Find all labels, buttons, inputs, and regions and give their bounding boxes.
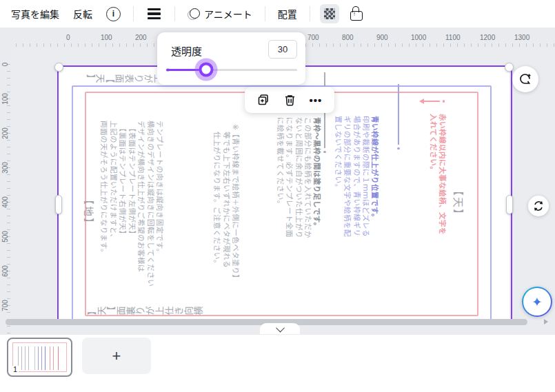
menu-icon[interactable] [148, 8, 161, 20]
red-arrow [421, 101, 440, 102]
delete-icon[interactable] [283, 93, 296, 107]
note-text: ※【青い枠線まで絵柄＋外側に一色ベタ塗り】 等でも上下左右いずれかにベタが現れる… [212, 124, 241, 282]
transparency-checker-icon [324, 8, 335, 19]
element-toolbar: ••• [245, 87, 334, 113]
ruler-label: 900 [376, 34, 388, 41]
info-icon[interactable]: i [106, 7, 121, 21]
ruler-label: 1000 [411, 34, 426, 41]
label-top-mark: 【天】 [453, 185, 463, 220]
resize-handle-top-right[interactable] [505, 63, 514, 72]
transparency-label: 透明度 [171, 43, 202, 58]
animate-label: アニメート [204, 7, 252, 21]
add-page-button[interactable]: + [82, 338, 151, 374]
edit-photo-button[interactable]: 写真を編集 [6, 3, 65, 25]
transparency-popup: 透明度 30 [157, 32, 305, 85]
flip-button[interactable]: 反転 [68, 3, 98, 25]
sparkle-icon: ✦ [532, 294, 543, 310]
transparency-slider[interactable] [166, 69, 297, 71]
blue-instruction-heading: 青い枠線が仕上がり位置です。 [370, 116, 380, 221]
divider [310, 6, 310, 21]
resize-handle-right[interactable] [506, 195, 513, 214]
gray-instruction-heading: 青枠〜黒枠の間は塗り足しです。 [312, 117, 322, 230]
ruler-label: 600 [1, 263, 9, 280]
ruler-label: 700 [1, 298, 9, 314]
ruler-label: 400 [1, 194, 9, 211]
ruler-vertical: 0100200300400500600700 [0, 28, 10, 334]
scroll-right-arrow[interactable] [544, 319, 551, 324]
page-thumbnail-preview: 1 [10, 340, 70, 374]
orientation-text: テンプレートの向きは縦向き固定です。 横向きのデザインは縦向きに回転をしてくださ… [99, 121, 165, 287]
cycle-pages-button[interactable] [528, 196, 549, 216]
ruler-label: 0 [66, 34, 70, 41]
label-bottom-mark: 【地】 [83, 194, 93, 229]
add-comment-button[interactable] [512, 66, 538, 92]
label-back-side: 】天【面裏りが上仕き向横 [86, 304, 202, 317]
ruler-label: 100 [101, 34, 112, 41]
blue-arrow [398, 84, 399, 145]
divider [133, 6, 134, 21]
resize-handle-top-left[interactable] [54, 63, 63, 72]
position-button[interactable]: 配置 [272, 3, 303, 25]
ruler-label: 200 [1, 125, 9, 142]
ruler-label: 300 [1, 160, 9, 176]
ruler-label: 1200 [480, 34, 495, 41]
pages-panel: 1 + [0, 334, 555, 392]
transparency-value-input[interactable]: 30 [268, 40, 297, 59]
ruler-label: 700 [307, 34, 319, 41]
ruler-label: 200 [135, 34, 147, 41]
ruler-label: 1100 [445, 34, 461, 41]
magic-assistant-button[interactable]: ✦ [522, 287, 552, 317]
blue-instruction-text: 印刷や裁断の際に１ｍｍほどズレる 場合がありますので、青い枠線ギリ ギリの部分に… [333, 116, 370, 237]
ruler-label: 1300 [514, 34, 529, 41]
duplicate-icon[interactable] [256, 93, 270, 107]
resize-handle-left[interactable] [55, 195, 62, 214]
divider [174, 6, 175, 21]
animate-button[interactable]: アニメート [182, 3, 258, 25]
ruler-label: 100 [1, 91, 9, 107]
ruler-label: 0 [1, 56, 9, 73]
page-thumbnail-1[interactable]: 1 [7, 338, 72, 377]
transparency-button[interactable] [320, 4, 339, 23]
red-instruction-text: 赤い枠線以内に大事な絵柄、文字を 入れてください。 [428, 114, 447, 235]
collapse-pages-tab[interactable] [260, 323, 300, 334]
slider-handle[interactable] [199, 63, 214, 77]
animate-icon [188, 8, 199, 20]
lock-icon[interactable] [350, 11, 363, 21]
page-number: 1 [12, 366, 19, 373]
more-options-icon[interactable]: ••• [309, 93, 323, 107]
top-toolbar: 写真を編集 反転 i アニメート 配置 [0, 0, 555, 28]
ruler-label: 500 [1, 229, 9, 245]
ruler-label: 800 [342, 34, 354, 41]
chevron-down-icon [276, 323, 285, 332]
divider [265, 6, 265, 21]
gray-instruction-text: この部分にも絵柄を入れていただか ないと周囲に余白がついた仕上がり になります。… [275, 117, 312, 238]
